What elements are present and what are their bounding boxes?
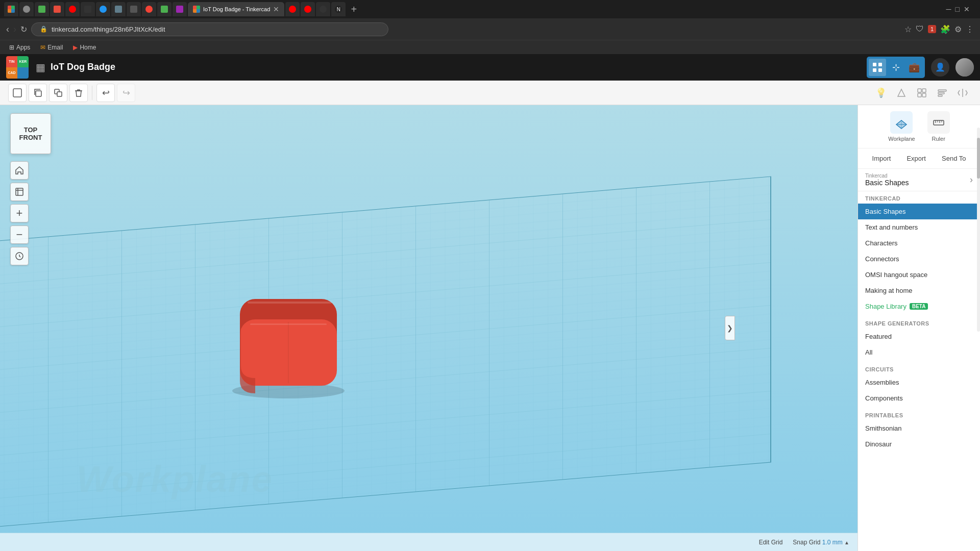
new-shape-btn[interactable] [8,84,27,102]
nav-3d-icon[interactable]: ⊹ [887,59,904,76]
panel-actions: Import Export Send To [858,148,980,169]
grid-view-icon[interactable]: ▦ [36,61,45,73]
assemblies-item[interactable]: Assemblies [858,374,980,390]
svg-rect-1 [878,63,882,66]
collapse-panel-btn[interactable]: ❯ [725,316,735,340]
reload-btn[interactable]: ↻ [20,24,27,34]
app-container: TIN KER CAD ▦ IoT Dog Badge ⊹ 💼 👤 [0,54,980,551]
tab-item[interactable] [96,2,110,16]
tab-item[interactable] [173,2,187,16]
snap-grid-label: Snap Grid 1.0 mm ▲ [793,539,849,546]
tab-item[interactable] [50,2,64,16]
3d-shape[interactable] [219,289,357,401]
viewport[interactable]: TOP FRONT + − ❯ Workplane [0,105,857,551]
maximize-btn[interactable]: □ [955,5,960,13]
bookmark-email[interactable]: ✉Email [37,43,66,52]
making-at-home-item[interactable]: Making at home [858,283,980,298]
dropdown-main: Basic Shapes [865,179,909,187]
zoom-controls: + − [10,161,29,265]
address-input[interactable]: 🔒 tinkercad.com/things/28n6PJItXcK/edit [31,22,388,36]
tab-item[interactable] [316,2,330,16]
text-numbers-item[interactable]: Text and numbers [858,219,980,235]
featured-item[interactable]: Featured [858,329,980,344]
copy-btn[interactable] [29,84,47,102]
tinkercad-logo[interactable]: TIN KER CAD [6,56,29,79]
home-btn[interactable] [10,161,29,180]
light-btn[interactable]: 💡 [872,84,890,102]
bookmark-home[interactable]: ▶Home [70,43,99,52]
toolbar: ↩ ↪ 💡 [0,81,980,105]
tab-item[interactable] [142,2,156,16]
svg-rect-5 [36,91,41,96]
tab-item[interactable] [19,2,34,16]
extension-icon2[interactable]: 🧩 [940,24,950,34]
tab-item[interactable] [35,2,49,16]
connectors-item[interactable]: Connectors [858,251,980,267]
all-item[interactable]: All [858,344,980,360]
shield-icon[interactable]: 🛡 [916,24,924,34]
tinkercad-section-header: TINKERCAD [858,191,980,204]
forward-btn[interactable]: › [13,24,16,35]
svg-rect-7 [57,92,62,96]
ruler-icon [927,111,950,134]
tab-close-active[interactable]: ✕ [273,5,279,13]
align-btn[interactable] [933,84,951,102]
shape-library-dropdown[interactable]: Tinkercad Basic Shapes › [858,169,980,191]
edit-grid-btn[interactable]: Edit Grid [759,539,783,546]
shape-generators-header: SHAPE GENERATORS [858,316,980,329]
tab-item[interactable] [285,2,300,16]
svg-rect-11 [922,93,926,97]
tab-item[interactable] [111,2,126,16]
tab-item[interactable] [65,2,80,16]
dinosaur-item[interactable]: Dinosaur [858,436,980,452]
avatar-btn[interactable] [955,58,974,77]
delete-btn[interactable] [69,84,88,102]
characters-item[interactable]: Characters [858,235,980,251]
bookmark-apps[interactable]: ⊞Apps [6,43,33,52]
zoom-out-btn[interactable]: − [10,226,29,244]
tab-item[interactable] [157,2,172,16]
import-btn[interactable]: Import [868,153,895,164]
workplane-btn[interactable]: Workplane [888,111,915,142]
tab-item[interactable] [127,2,141,16]
snap-grid-arrow[interactable]: ▲ [844,540,849,545]
export-btn[interactable]: Export [902,153,930,164]
tab-item[interactable]: N [331,2,346,16]
dropdown-sublabel: Tinkercad [865,173,909,179]
tab-item[interactable] [81,2,95,16]
basic-shapes-item[interactable]: Basic Shapes [858,204,980,219]
panel-scrollbar[interactable] [977,128,980,332]
user-plus-btn[interactable]: 👤 [931,58,949,77]
panel-list: TINKERCAD Basic Shapes Text and numbers … [858,191,980,551]
components-item[interactable]: Components [858,390,980,406]
reset-view-btn[interactable] [10,247,29,265]
active-tab[interactable]: IoT Dog Badge - Tinkercad ✕ [188,2,284,16]
extension-icon[interactable]: 1 [928,25,936,33]
shape-library-item[interactable]: Shape Library BETA [858,298,980,314]
back-btn[interactable]: ‹ [6,24,9,35]
svg-rect-20 [248,302,332,304]
more-icon[interactable]: ⋮ [966,24,974,34]
duplicate-btn[interactable] [49,84,67,102]
minimize-btn[interactable]: ─ [946,5,951,13]
mirror-btn[interactable] [953,84,972,102]
omsi-item[interactable]: OMSI hangout space [858,267,980,283]
nav-grid-icon[interactable] [869,59,886,76]
ruler-btn[interactable]: Ruler [927,111,950,142]
new-tab-btn[interactable]: + [347,2,361,16]
tab-item[interactable] [4,2,18,16]
shape-btn[interactable] [892,84,911,102]
redo-btn[interactable]: ↪ [117,84,135,102]
frame-btn[interactable] [10,183,29,201]
nav-briefcase-icon[interactable]: 💼 [905,59,923,76]
settings-icon[interactable]: ⚙ [954,24,962,34]
close-btn[interactable]: ✕ [964,5,970,13]
zoom-in-btn[interactable]: + [10,204,29,222]
group-btn[interactable] [913,84,931,102]
undo-btn[interactable]: ↩ [96,84,115,102]
star-icon[interactable]: ☆ [904,24,912,34]
sendto-btn[interactable]: Send To [938,153,970,164]
tab-item[interactable] [301,2,315,16]
smithsonian-item[interactable]: Smithsonian [858,420,980,436]
view-cube[interactable]: TOP FRONT [10,113,51,154]
